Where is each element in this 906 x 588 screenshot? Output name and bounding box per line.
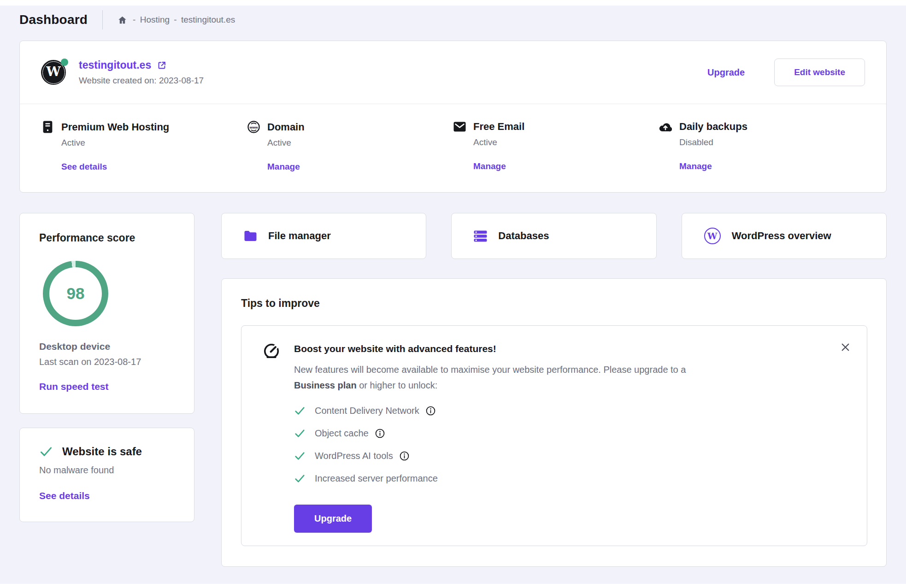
quick-links-row: File manager Databases W WordPress overv… <box>221 213 887 259</box>
database-icon <box>474 230 487 242</box>
file-manager-card[interactable]: File manager <box>221 213 426 259</box>
upgrade-button[interactable]: Upgrade <box>294 505 372 533</box>
quick-link-label: Databases <box>498 230 549 242</box>
svg-text:www: www <box>249 125 258 129</box>
breadcrumb[interactable]: - Hosting - testingitout.es <box>118 15 235 25</box>
service-domain: www Domain Active Manage <box>247 121 453 172</box>
globe-www-icon: www <box>247 121 260 133</box>
check-icon <box>294 428 306 439</box>
feature-item: Object cache <box>294 428 686 439</box>
service-status: Active <box>473 137 659 147</box>
wordpress-overview-card[interactable]: W WordPress overview <box>682 213 887 259</box>
boost-desc-line1: New features will become available to ma… <box>294 365 686 375</box>
header-divider <box>102 10 103 29</box>
wordpress-avatar: W <box>41 60 66 85</box>
site-info: testingitout.es Website created on: 2023… <box>79 59 204 86</box>
boost-heading: Boost your website with advanced feature… <box>294 343 686 354</box>
last-scan-label: Last scan on 2023-08-17 <box>39 357 175 367</box>
performance-card: Performance score 98 Desktop device Last… <box>19 213 194 414</box>
speedometer-icon <box>263 342 280 533</box>
feature-label: WordPress AI tools <box>315 451 393 461</box>
safe-title: Website is safe <box>62 445 142 458</box>
service-title: Daily backups <box>679 121 747 133</box>
tips-card: Tips to improve Boost your website with … <box>221 278 887 567</box>
quick-link-label: WordPress overview <box>732 230 831 242</box>
info-icon[interactable] <box>426 406 435 416</box>
manage-email-link[interactable]: Manage <box>473 161 506 171</box>
left-column: Performance score 98 Desktop device Last… <box>19 213 194 567</box>
service-backups: Daily backups Disabled Manage <box>659 121 865 172</box>
services-row: Premium Web Hosting Active See details w… <box>20 104 886 192</box>
page-header: Dashboard - Hosting - testingitout.es <box>0 0 906 41</box>
feature-label: Object cache <box>315 428 369 439</box>
boost-description: New features will become available to ma… <box>294 362 686 393</box>
external-link-icon[interactable] <box>157 60 167 71</box>
check-icon <box>294 405 306 417</box>
manage-domain-link[interactable]: Manage <box>267 162 300 172</box>
check-icon <box>294 450 306 462</box>
wordpress-icon: W <box>704 228 721 244</box>
performance-title: Performance score <box>39 232 175 244</box>
see-details-link[interactable]: See details <box>61 162 107 172</box>
breadcrumb-text: - Hosting - testingitout.es <box>133 15 235 25</box>
safe-subtitle: No malware found <box>39 465 175 476</box>
site-domain-link[interactable]: testingitout.es <box>79 59 151 71</box>
feature-item: Increased server performance <box>294 473 686 484</box>
website-summary-row: W testingitout.es Website created on: 20… <box>20 41 886 104</box>
info-icon[interactable] <box>400 451 409 461</box>
service-status: Disabled <box>679 137 865 147</box>
databases-card[interactable]: Databases <box>451 213 656 259</box>
info-icon[interactable] <box>375 429 385 438</box>
feature-item: Content Delivery Network <box>294 405 686 417</box>
safety-see-details-link[interactable]: See details <box>39 490 90 501</box>
service-title: Free Email <box>473 121 524 133</box>
upgrade-link[interactable]: Upgrade <box>707 67 745 78</box>
site-created-date: Website created on: 2023-08-17 <box>79 76 204 86</box>
home-icon[interactable] <box>118 15 127 25</box>
website-card: W testingitout.es Website created on: 20… <box>19 41 887 193</box>
boost-banner: Boost your website with advanced feature… <box>241 325 867 546</box>
feature-label: Increased server performance <box>315 473 438 484</box>
right-column: File manager Databases W WordPress overv… <box>221 213 887 567</box>
service-status: Active <box>61 138 247 148</box>
bottom-edge <box>0 584 906 588</box>
envelope-icon <box>453 122 466 132</box>
performance-score-value: 98 <box>43 261 108 326</box>
service-email: Free Email Active Manage <box>453 121 659 172</box>
manage-backups-link[interactable]: Manage <box>679 161 712 171</box>
check-icon <box>294 473 306 484</box>
dashboard-main: W testingitout.es Website created on: 20… <box>0 41 906 567</box>
folder-icon <box>244 230 257 241</box>
server-icon <box>41 121 54 133</box>
site-actions: Upgrade Edit website <box>707 59 865 86</box>
device-label: Desktop device <box>39 341 175 352</box>
feature-list: Content Delivery Network Object cache Wo <box>294 405 686 484</box>
edit-website-button[interactable]: Edit website <box>774 59 865 86</box>
close-icon[interactable] <box>839 341 852 354</box>
feature-label: Content Delivery Network <box>315 406 419 416</box>
service-title: Premium Web Hosting <box>61 121 169 133</box>
website-safe-card: Website is safe No malware found See det… <box>19 428 194 522</box>
tips-title: Tips to improve <box>241 297 867 310</box>
performance-gauge: 98 <box>43 261 108 326</box>
plan-name: Business plan <box>294 380 357 390</box>
service-title: Domain <box>267 121 305 133</box>
service-status: Active <box>267 138 453 148</box>
top-edge <box>0 0 906 6</box>
quick-link-label: File manager <box>268 230 331 242</box>
page-title: Dashboard <box>19 12 88 27</box>
check-icon <box>39 445 53 459</box>
boost-content: Boost your website with advanced feature… <box>294 343 686 533</box>
online-status-dot <box>61 59 68 66</box>
wordpress-logo-icon: W <box>46 65 60 78</box>
run-speed-test-link[interactable]: Run speed test <box>39 381 109 392</box>
feature-item: WordPress AI tools <box>294 450 686 462</box>
service-hosting: Premium Web Hosting Active See details <box>41 121 247 172</box>
cloud-upload-icon <box>659 122 672 132</box>
boost-desc-suffix: or higher to unlock: <box>359 380 437 390</box>
